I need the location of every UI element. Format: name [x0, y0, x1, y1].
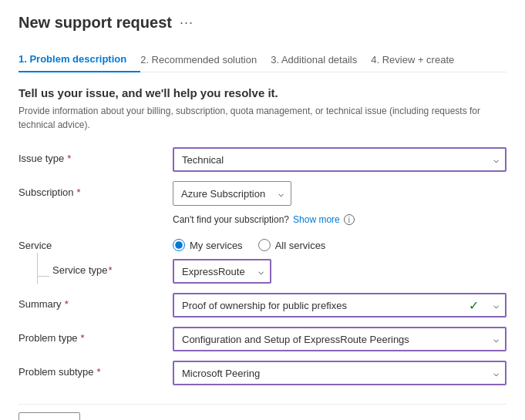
summary-check-icon: ✓: [469, 298, 479, 313]
section-title: Tell us your issue, and we'll help you r…: [19, 86, 506, 99]
show-more-link[interactable]: Show more: [293, 214, 340, 225]
subscription-label: Subscription: [19, 186, 74, 198]
issue-type-required: *: [67, 153, 71, 164]
page-title: New support request: [19, 14, 172, 32]
all-services-radio[interactable]: [258, 239, 271, 251]
problem-type-select[interactable]: Configuration and Setup of ExpressRoute …: [173, 327, 506, 351]
service-type-select-wrapper: ExpressRoute ⌵: [173, 259, 271, 284]
subscription-hint: Can't find your subscription? Show more …: [173, 214, 355, 225]
summary-select-wrapper: Proof of ownership for public prefixes ✓…: [173, 293, 506, 318]
my-services-option[interactable]: My services: [173, 239, 243, 251]
subscription-select[interactable]: Azure Subscription: [173, 181, 291, 206]
all-services-label: All services: [275, 240, 326, 251]
subscription-select-wrapper: Azure Subscription ⌵: [173, 181, 291, 206]
issue-type-select[interactable]: Technical Billing Quota Subscription Man…: [173, 147, 506, 172]
problem-type-select-wrapper: Configuration and Setup of ExpressRoute …: [173, 327, 506, 351]
problem-type-required: *: [81, 332, 85, 344]
problem-subtype-required: *: [97, 366, 101, 378]
subscription-required: *: [77, 186, 81, 198]
my-services-label: My services: [190, 240, 243, 251]
problem-subtype-select-wrapper: Microsoft Peering ⌵: [173, 361, 506, 385]
service-type-select[interactable]: ExpressRoute: [173, 259, 271, 284]
problem-subtype-select[interactable]: Microsoft Peering: [173, 361, 506, 385]
step-review-create[interactable]: 4. Review + create: [371, 48, 468, 72]
section-description: Provide information about your billing, …: [19, 104, 506, 132]
service-type-required: *: [109, 264, 113, 276]
problem-type-label: Problem type: [19, 332, 78, 344]
summary-label: Summary: [19, 298, 62, 310]
service-label: Service: [19, 240, 52, 251]
steps-navigation: 1. Problem description 2. Recommended so…: [19, 47, 506, 72]
summary-select[interactable]: Proof of ownership for public prefixes: [173, 293, 506, 318]
subscription-info-icon[interactable]: i: [344, 214, 355, 225]
all-services-option[interactable]: All services: [258, 239, 326, 251]
service-type-label: Service type*: [52, 259, 113, 276]
next-button[interactable]: Next: [19, 412, 80, 420]
service-radio-group: My services All services: [173, 234, 325, 251]
ellipsis-menu-button[interactable]: ···: [180, 15, 194, 31]
problem-subtype-label: Problem subtype: [19, 366, 94, 378]
step-additional-details[interactable]: 3. Additional details: [271, 48, 371, 72]
issue-type-label: Issue type: [19, 153, 64, 164]
step-recommended-solution[interactable]: 2. Recommended solution: [140, 48, 271, 72]
summary-required: *: [65, 298, 69, 310]
step-problem-description[interactable]: 1. Problem description: [19, 47, 140, 72]
issue-type-select-wrapper: Technical Billing Quota Subscription Man…: [173, 147, 506, 172]
my-services-radio[interactable]: [173, 239, 185, 251]
